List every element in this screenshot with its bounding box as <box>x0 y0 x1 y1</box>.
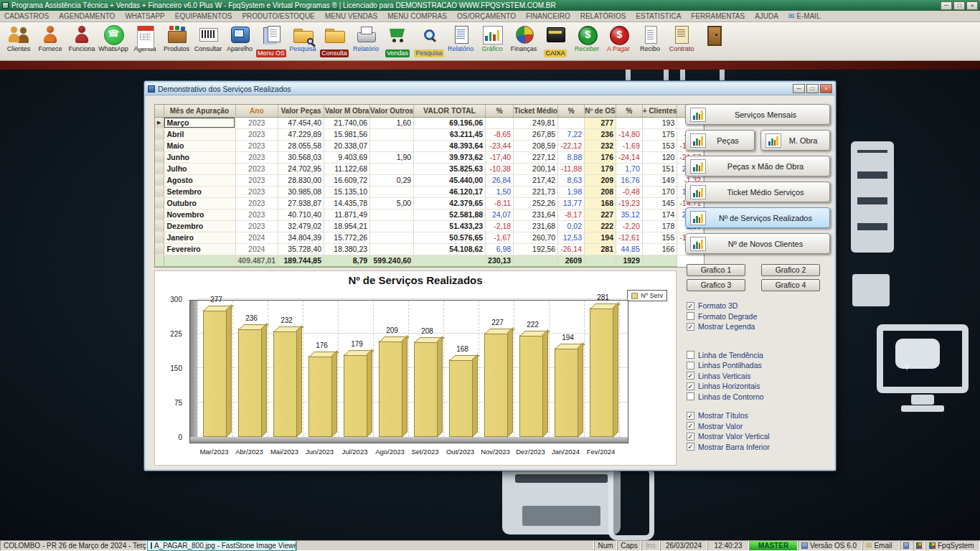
window-minimize-button[interactable]: ─ <box>793 84 805 93</box>
table-row[interactable]: Outubro202327.938,8714.435,785,0042.379,… <box>155 197 704 209</box>
toolbar-whatsapp[interactable]: WhatsApp <box>98 24 129 53</box>
side-button-n-de-servi-os-realizados[interactable]: Nº de Serviços Realizados <box>685 207 830 228</box>
toolbar-clientes[interactable]: Clientes <box>3 24 34 53</box>
menu-os-or-amento[interactable]: OS/ORÇAMENTO <box>457 12 516 20</box>
column-header[interactable]: Ano <box>235 105 278 117</box>
checkbox-linhas-verticais[interactable]: ✓Linhas Verticais <box>687 371 830 382</box>
menu-whatsapp[interactable]: WHATSAPP <box>125 12 164 20</box>
status-mini-icon[interactable] <box>900 540 913 551</box>
status-email[interactable]: ✉ Email <box>862 540 900 551</box>
column-header[interactable]: Ticket Médio <box>514 105 558 117</box>
toolbar-fornecedores[interactable]: Fornece <box>34 24 66 53</box>
app-minimize-button[interactable]: ─ <box>941 1 952 10</box>
status-mini-icon[interactable] <box>913 540 925 551</box>
menu-ajuda[interactable]: AJUDA <box>755 12 778 20</box>
column-header[interactable]: Valor M Obra <box>324 105 370 117</box>
toolbar-pesquisa-os[interactable]: Pesquisa <box>287 24 319 53</box>
toolbar-agenda[interactable]: Agenda <box>129 24 161 53</box>
toolbar-vendas[interactable]: Vendas <box>382 24 413 58</box>
button-grafico-3[interactable]: Grafico 3 <box>687 279 745 291</box>
checkbox-linhas-de-contorno[interactable]: Linhas de Contorno <box>687 392 830 402</box>
side-button-m-obra[interactable]: M. Obra <box>760 130 830 151</box>
table-row[interactable]: Novembro202340.710,4011.871,4952.581,882… <box>155 209 704 220</box>
toolbar-recibo[interactable]: Recibo <box>634 24 666 53</box>
menu-e-mail[interactable]: ✉E-MAIL <box>788 12 821 20</box>
checkbox-linhas-pontilhadas[interactable]: Linhas Pontilhadas <box>687 360 830 371</box>
side-button-ticket-m-dio-servi-os[interactable]: Ticket Médio Serviços <box>685 182 830 202</box>
column-header[interactable]: % <box>558 105 585 117</box>
window-title-bar[interactable]: Demonstrativo dos Serviços Realizados ─ … <box>146 83 834 95</box>
checkbox-formato-degrade[interactable]: Formato Degrade <box>687 311 830 322</box>
table-row[interactable]: Maio202328.055,5820.338,0748.393,64-23,4… <box>155 140 704 151</box>
table-row[interactable]: Julho202324.702,9511.122,6835.825,63-10,… <box>155 163 704 174</box>
menu-financeiro[interactable]: FINANCEIRO <box>526 12 570 20</box>
menu-cadastros[interactable]: CADASTROS <box>4 12 49 20</box>
menu-estatistica[interactable]: ESTATISTICA <box>636 12 681 20</box>
checkbox-formato-3d[interactable]: ✓Formato 3D <box>687 301 830 311</box>
toolbar-consultar[interactable]: Consultar <box>192 24 224 53</box>
table-row[interactable]: Agosto202328.830,0016.609,720,2945.440,0… <box>155 174 704 186</box>
toolbar-a-pagar[interactable]: A Pagar <box>603 24 634 53</box>
button-grafico-4[interactable]: Grafico 4 <box>761 279 820 291</box>
checkbox-linhas-horizontais[interactable]: ✓Linhas Horizontais <box>687 381 830 392</box>
toolbar-menu-os[interactable]: Menu OS <box>255 24 287 58</box>
table-row[interactable]: ▶Março202347.454,4021.740,061,6069.196,0… <box>155 117 704 128</box>
toolbar-receber[interactable]: Receber <box>571 24 603 53</box>
side-button-n-de-novos-clientes[interactable]: Nº de Novos Clientes <box>685 233 830 254</box>
toolbar-relatorio-vendas[interactable]: Relatório <box>445 24 476 53</box>
column-header[interactable]: Nº de OS <box>584 105 616 117</box>
column-header[interactable] <box>155 105 164 117</box>
app-close-button[interactable]: × <box>966 1 978 10</box>
menu-equipamentos[interactable]: EQUIPAMENTOS <box>175 12 232 20</box>
menu-menu-compras[interactable]: MENU COMPRAS <box>387 12 447 20</box>
toolbar-financas[interactable]: Finanças <box>508 24 540 53</box>
bar-value-label: 194 <box>550 334 585 342</box>
toolbar-pesquisa-vendas[interactable]: Pesquisa <box>413 24 445 58</box>
menu-ferramentas[interactable]: FERRAMENTAS <box>691 12 745 20</box>
side-button-pe-as[interactable]: Peças <box>685 130 755 151</box>
cell: 44,85 <box>616 243 642 255</box>
table-row[interactable]: Junho202330.568,039.403,691,9039.973,62-… <box>155 151 704 163</box>
toolbar-grafico[interactable]: Gráfico <box>476 24 508 53</box>
column-header[interactable]: Valor Outros <box>370 105 414 117</box>
checkbox-mostrar-legenda[interactable]: ✓Mostrar Legenda <box>687 321 830 332</box>
checkbox-mostrar-valor-vertical[interactable]: ✓Mostrar Valor Vertical <box>687 431 830 442</box>
side-button-servi-os-mensais[interactable]: Serviços Mensais <box>685 104 830 125</box>
toolbar-contrato[interactable]: Contrato <box>666 24 697 53</box>
checkbox-mostrar-t-tulos[interactable]: ✓Mostrar Títulos <box>687 410 830 421</box>
column-header[interactable]: VALOR TOTAL <box>414 105 486 117</box>
menu-produto-estoque[interactable]: PRODUTO/ESTOQUE <box>242 12 314 20</box>
checkbox-mostrar-valor[interactable]: ✓Mostrar Valor <box>687 421 830 432</box>
app-maximize-button[interactable]: □ <box>953 1 965 10</box>
cell: 2023 <box>235 128 278 140</box>
column-header[interactable]: Valor Peças <box>278 105 324 117</box>
toolbar-produtos[interactable]: Produtos <box>161 24 192 53</box>
menu-agendamento[interactable]: AGENDAMENTO <box>59 12 115 20</box>
table-row[interactable]: Setembro202330.985,0815.135,1046.120,171… <box>155 186 704 197</box>
column-header[interactable]: Mês de Apuração <box>164 105 235 117</box>
button-grafico-1[interactable]: Grafico 1 <box>687 264 745 276</box>
menu-relat-rios[interactable]: RELATÓRIOS <box>580 12 626 20</box>
table-row[interactable]: Janeiro202434.804,3915.772,2650.576,65-1… <box>155 232 704 243</box>
toolbar-caixa[interactable]: CAIXA <box>540 24 571 58</box>
menu-menu-vendas[interactable]: MENU VENDAS <box>325 12 377 20</box>
window-maximize-button[interactable]: □ <box>806 84 819 93</box>
button-grafico-2[interactable]: Grafico 2 <box>761 264 820 276</box>
toolbar-sair[interactable] <box>697 24 729 45</box>
checkbox-mostrar-barra-inferior[interactable]: ✓Mostrar Barra Inferior <box>687 442 830 453</box>
table-row[interactable]: Abril202347.229,8915.981,5663.211,45-8,6… <box>155 128 704 140</box>
taskbar-item-faststone[interactable]: A_PAGAR_800.jpg - FastStone Image Viewer… <box>147 540 296 551</box>
toolbar-consulta-os[interactable]: Consulta <box>319 24 350 58</box>
table-row[interactable]: Dezembro202332.479,0218.954,2151.433,23-… <box>155 220 704 232</box>
column-header[interactable]: % <box>486 105 514 117</box>
toolbar-funcionarios[interactable]: Funciona <box>66 24 98 53</box>
toolbar-relatorio-os[interactable]: Relatório <box>350 24 382 53</box>
column-header[interactable]: % <box>616 105 642 117</box>
status-version[interactable]: Versão OS 6.0 <box>798 540 862 551</box>
checkbox-linha-de-tend-ncia[interactable]: Linha de Tendência <box>687 350 830 361</box>
table-row[interactable]: Fevereiro202435.728,4018.380,2354.108,62… <box>155 243 704 255</box>
side-button-pe-as-x-m-o-de-obra[interactable]: Peças x Mão de Obra <box>685 156 830 176</box>
toolbar-aparelho[interactable]: Aparelho <box>224 24 255 53</box>
column-header[interactable]: + Clientes <box>642 105 677 117</box>
window-close-button[interactable]: × <box>820 84 832 93</box>
